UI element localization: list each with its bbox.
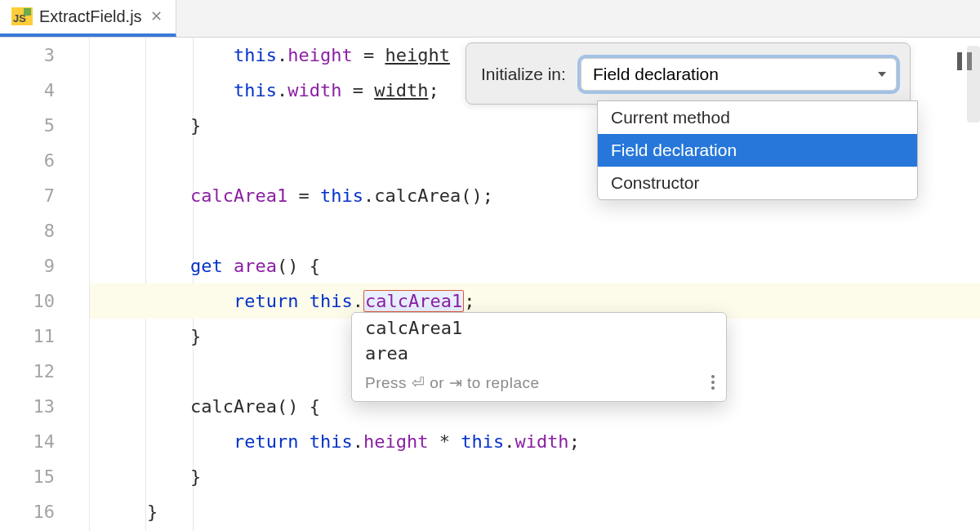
initialize-in-select[interactable]: Field declaration	[581, 58, 897, 91]
gutter-line: 4	[0, 73, 89, 108]
dropdown-item-constructor[interactable]: Constructor	[598, 167, 917, 199]
editor: 3 4 5 6 7 8 9 10 11 12 13 14 15 16 this.…	[0, 38, 980, 531]
gutter-line: 3	[0, 38, 89, 73]
name-suggestions-popup: calcArea1 area Press ⏎ or ⇥ to replace	[351, 312, 727, 402]
gutter-line: 9	[0, 248, 89, 283]
gutter-line: 13	[0, 389, 89, 424]
initialize-in-popover: Initialize in: Field declaration Current…	[466, 42, 911, 105]
suggestion-item[interactable]: calcArea1	[352, 313, 726, 338]
gutter-line: 11	[0, 319, 89, 354]
tab-label: ExtractField.js	[39, 7, 142, 26]
dropdown-item-field-declaration[interactable]: Field declaration	[598, 134, 917, 167]
close-icon[interactable]: ✕	[149, 7, 164, 25]
code-line[interactable]: }	[90, 494, 980, 529]
initialize-in-value: Field declaration	[593, 65, 719, 84]
tab-bar: JS ExtractField.js ✕	[0, 0, 980, 38]
gutter: 3 4 5 6 7 8 9 10 11 12 13 14 15 16	[0, 38, 90, 531]
gutter-line: 10	[0, 283, 89, 319]
extract-field-name-input[interactable]: calcArea1	[363, 290, 464, 312]
initialize-in-dropdown: Current method Field declaration Constru…	[597, 100, 918, 200]
code-line[interactable]	[90, 213, 980, 248]
dropdown-item-current-method[interactable]: Current method	[598, 101, 917, 134]
chevron-down-icon	[876, 65, 888, 84]
gutter-line: 5	[0, 108, 89, 143]
suggestion-item[interactable]: area	[352, 338, 726, 364]
suggestion-hint: Press ⏎ or ⇥ to replace	[352, 364, 726, 401]
kebab-icon[interactable]	[708, 372, 718, 393]
gutter-line: 8	[0, 213, 89, 248]
initialize-in-label: Initialize in:	[481, 65, 566, 84]
tab-extractfield[interactable]: JS ExtractField.js ✕	[0, 0, 176, 37]
gutter-line: 12	[0, 354, 89, 389]
code-line[interactable]: return this.height * this.width;	[90, 424, 980, 459]
gutter-line: 7	[0, 178, 89, 213]
gutter-line: 16	[0, 494, 89, 529]
code-line[interactable]: get area() {	[90, 248, 980, 283]
gutter-line: 6	[0, 143, 89, 178]
gutter-line: 15	[0, 459, 89, 494]
code-line[interactable]: }	[90, 459, 980, 494]
gutter-line: 14	[0, 424, 89, 459]
js-file-icon: JS	[11, 7, 33, 25]
